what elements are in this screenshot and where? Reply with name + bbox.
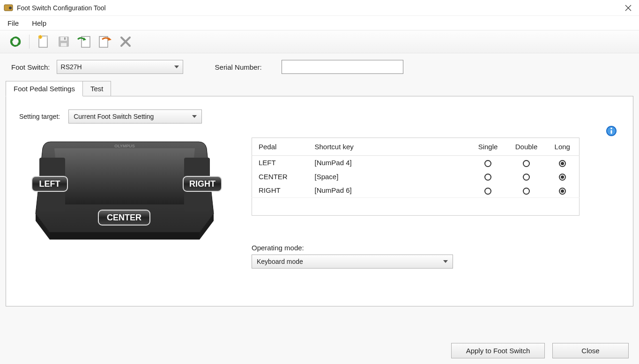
delete-button[interactable] [118,34,134,50]
toolbar [0,30,639,53]
setting-target-value: Current Foot Switch Setting [74,113,192,120]
svg-point-1 [9,7,12,9]
cell-shortcut: [NumPad 4] [308,156,469,170]
svg-point-24 [610,128,612,130]
svg-text:LEFT: LEFT [39,179,60,189]
export-button[interactable] [97,34,113,50]
radio-double[interactable] [523,160,530,167]
radio-long[interactable] [559,160,566,167]
footer: Apply to Foot Switch Close [0,337,639,364]
save-button[interactable] [56,34,72,50]
foot-switch-select[interactable]: RS27H [57,60,183,74]
menu-file[interactable]: File [7,19,19,27]
save-icon [57,35,70,48]
menu-help[interactable]: Help [32,19,46,27]
tab-headers: Foot Pedal Settings Test [6,80,633,96]
tab-foot-pedal-settings[interactable]: Foot Pedal Settings [6,81,83,96]
radio-double[interactable] [523,188,530,195]
foot-switch-label: Foot Switch: [11,63,50,71]
svg-rect-13 [61,43,67,46]
table-row[interactable]: RIGHT[NumPad 6] [252,183,580,197]
pedal-image: OLYMPUS LEFT RIGHT CENTER [19,138,230,250]
close-button[interactable]: Close [552,343,629,358]
radio-single[interactable] [484,188,491,195]
cell-pedal: CENTER [252,170,308,184]
new-file-button[interactable] [35,34,51,50]
col-long: Long [546,138,580,156]
apply-button[interactable]: Apply to Foot Switch [451,343,545,358]
col-shortcut: Shortcut key [308,138,469,156]
svg-rect-12 [60,37,67,41]
import-button[interactable] [76,34,92,50]
col-pedal: Pedal [252,138,308,156]
col-double: Double [507,138,546,156]
foot-pedal-illustration: OLYMPUS LEFT RIGHT CENTER [22,139,228,249]
operating-mode-select[interactable]: Keyboard mode [252,255,453,269]
table-row[interactable]: CENTER[Space] [252,170,580,184]
refresh-button[interactable] [7,34,23,50]
chevron-down-icon [443,260,448,263]
svg-rect-23 [611,130,612,134]
serial-number-input[interactable] [282,60,403,74]
tab-container: Foot Pedal Settings Test Setting target:… [6,80,633,306]
radio-long[interactable] [559,188,566,195]
device-row: Foot Switch: RS27H Serial Number: [0,53,639,80]
svg-rect-14 [64,37,66,40]
close-icon [625,5,632,11]
import-icon [77,35,92,49]
table-row[interactable]: LEFT[NumPad 4] [252,156,580,170]
app-icon [4,3,13,13]
setting-target-select[interactable]: Current Foot Switch Setting [68,109,202,124]
svg-text:OLYMPUS: OLYMPUS [114,144,135,148]
cell-shortcut: [NumPad 6] [308,183,469,197]
chevron-down-icon [174,66,179,68]
window-close-button[interactable] [617,0,639,16]
close-button-label: Close [581,347,599,355]
radio-single[interactable] [484,174,491,181]
chevron-down-icon [192,115,197,118]
svg-text:CENTER: CENTER [107,213,141,222]
setting-target-label: Setting target: [19,113,60,120]
info-icon [606,125,617,137]
window-title: Foot Switch Configuration Tool [17,4,106,12]
menubar: File Help [0,16,639,30]
cell-pedal: LEFT [252,156,308,170]
titlebar: Foot Switch Configuration Tool [0,0,639,16]
operating-mode-value: Keyboard mode [257,258,443,265]
refresh-icon [9,35,22,48]
table-row-empty [252,197,580,215]
delete-icon [119,36,132,48]
new-file-icon [37,35,50,49]
serial-number-label: Serial Number: [215,63,262,71]
svg-text:RIGHT: RIGHT [189,179,215,189]
cell-pedal: RIGHT [252,183,308,197]
info-button[interactable] [606,125,617,138]
tab-test[interactable]: Test [82,81,111,96]
foot-switch-value: RS27H [61,63,174,71]
apply-button-label: Apply to Foot Switch [466,347,530,355]
radio-long[interactable] [559,174,566,181]
export-icon [97,35,112,49]
col-single: Single [469,138,507,156]
pedal-table: Pedal Shortcut key Single Double Long LE… [252,138,580,216]
operating-mode-label: Operating mode: [252,244,620,252]
radio-single[interactable] [484,160,491,167]
cell-shortcut: [Space] [308,170,469,184]
radio-double[interactable] [523,174,530,181]
tab-body: Setting target: Current Foot Switch Sett… [6,96,633,306]
toolbar-separator [29,35,30,49]
